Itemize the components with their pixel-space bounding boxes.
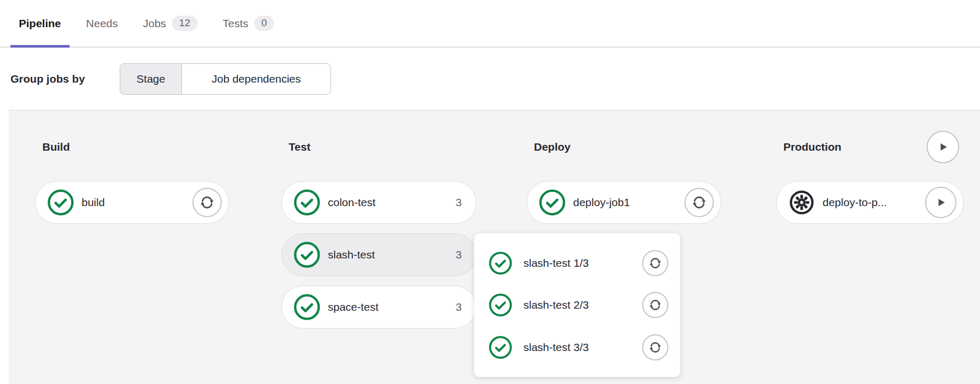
job-name: slash-test 1/3: [523, 257, 589, 269]
job-name: slash-test 3/3: [523, 341, 589, 354]
stage-column-build: Build build: [35, 131, 229, 224]
pipeline-tab-bar: Pipeline Needs Jobs 12 Tests 0: [0, 0, 980, 48]
stage-header-build: Build: [35, 131, 229, 163]
group-jobs-by-row: Group jobs by Stage Job dependencies: [10, 63, 85, 95]
tab-jobs[interactable]: Jobs 12: [134, 0, 206, 47]
run-stage-button[interactable]: [927, 131, 959, 163]
job-name: deploy-to-p...: [823, 196, 887, 209]
pipeline-graph: Build build Test colon-test 3 s: [9, 110, 980, 384]
stage-column-production: Production deploy-to-p...: [776, 131, 964, 224]
tab-pipeline-label: Pipeline: [19, 17, 61, 30]
group-by-option-stage[interactable]: Stage: [120, 64, 182, 94]
status-success-icon: [489, 293, 512, 317]
job-name: colon-test: [328, 196, 375, 209]
job-pill-build[interactable]: build: [35, 181, 229, 224]
tests-count-badge: 0: [254, 16, 275, 31]
stage-title: Build: [42, 141, 70, 153]
job-name: slash-test 2/3: [523, 299, 589, 311]
job-name: space-test: [328, 301, 379, 313]
stage-title: Deploy: [534, 141, 571, 153]
status-success-icon: [294, 189, 320, 216]
parallel-jobs-count: 3: [455, 249, 462, 261]
parallel-jobs-count: 3: [455, 196, 462, 209]
tab-jobs-label: Jobs: [143, 17, 166, 30]
job-pill-deploy-job1[interactable]: deploy-job1: [527, 181, 721, 224]
group-by-option-job-dependencies[interactable]: Job dependencies: [182, 64, 331, 94]
stage-header-deploy: Deploy: [527, 131, 721, 163]
tab-tests[interactable]: Tests 0: [214, 0, 283, 47]
status-success-icon: [294, 242, 320, 268]
stage-column-deploy: Deploy deploy-job1: [527, 131, 721, 224]
retry-job-button[interactable]: [642, 334, 668, 360]
retry-icon: [648, 341, 662, 354]
status-success-icon: [48, 189, 74, 216]
parallel-jobs-dropdown: slash-test 1/3 slash-test 2/3 slash-test…: [474, 233, 680, 377]
jobs-count-badge: 12: [172, 16, 198, 31]
group-by-segmented-control: Stage Job dependencies: [120, 63, 331, 95]
status-success-icon: [294, 294, 320, 320]
retry-icon: [648, 256, 662, 270]
stage-column-test: Test colon-test 3 slash-test 3 space-tes…: [281, 131, 476, 329]
parallel-jobs-count: 3: [455, 301, 462, 313]
dropdown-job-slash-test-3[interactable]: slash-test 3/3: [489, 327, 668, 367]
dropdown-job-slash-test-1[interactable]: slash-test 1/3: [489, 243, 668, 283]
job-pill-colon-test[interactable]: colon-test 3: [281, 181, 476, 224]
play-icon: [934, 196, 948, 209]
tab-tests-label: Tests: [223, 17, 248, 30]
status-success-icon: [539, 189, 565, 216]
retry-job-button[interactable]: [642, 250, 668, 276]
stage-title: Production: [783, 141, 841, 153]
retry-icon: [199, 195, 215, 210]
job-pill-space-test[interactable]: space-test 3: [281, 286, 476, 329]
tab-pipeline[interactable]: Pipeline: [10, 0, 70, 47]
retry-job-button[interactable]: [642, 292, 668, 318]
retry-job-button[interactable]: [192, 188, 222, 217]
job-name: slash-test: [328, 249, 375, 261]
status-success-icon: [489, 252, 512, 275]
retry-job-button[interactable]: [685, 188, 714, 217]
job-pill-slash-test[interactable]: slash-test 3: [281, 233, 476, 276]
tab-needs[interactable]: Needs: [78, 0, 127, 47]
retry-icon: [691, 195, 707, 210]
job-name: build: [82, 196, 105, 209]
play-icon: [936, 140, 950, 154]
run-job-button[interactable]: [925, 187, 956, 218]
status-manual-icon: [789, 189, 815, 216]
stage-header-production: Production: [776, 131, 964, 163]
retry-icon: [648, 298, 662, 312]
stage-header-test: Test: [281, 131, 476, 163]
status-success-icon: [489, 336, 512, 359]
dropdown-job-slash-test-2[interactable]: slash-test 2/3: [489, 285, 668, 325]
stage-title: Test: [289, 141, 311, 153]
job-name: deploy-job1: [573, 196, 630, 209]
tab-needs-label: Needs: [86, 17, 118, 30]
group-jobs-by-label: Group jobs by: [10, 73, 85, 85]
job-pill-deploy-to-production[interactable]: deploy-to-p...: [776, 181, 964, 224]
